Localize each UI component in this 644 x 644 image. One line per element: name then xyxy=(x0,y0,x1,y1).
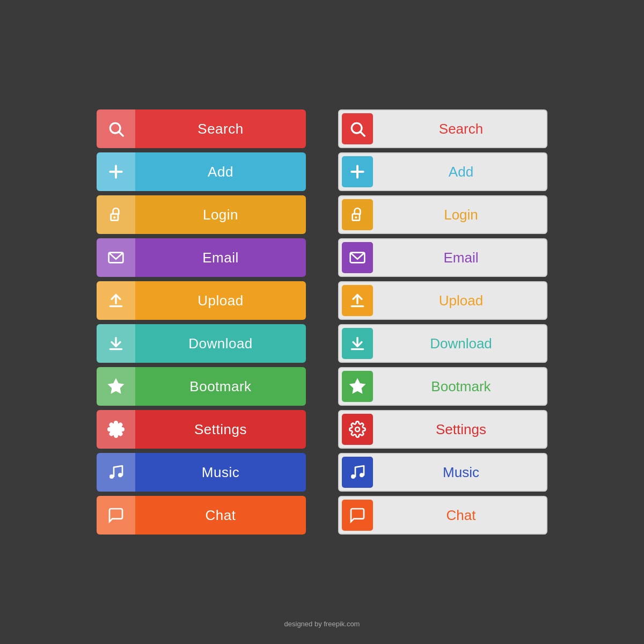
outline-search-label: Search xyxy=(376,121,546,137)
solid-settings-label: Settings xyxy=(135,421,306,438)
solid-download-label: Download xyxy=(135,335,306,352)
outline-music-label: Music xyxy=(376,464,546,481)
bookmark-outline-icon xyxy=(342,371,373,402)
search-outline-icon xyxy=(342,113,373,144)
outline-button-list: Search Add Login Email Upload Download B… xyxy=(338,109,547,535)
main-content: Search Add Login Email Upload Download B… xyxy=(97,109,547,535)
svg-point-5 xyxy=(113,216,115,218)
solid-upload-button[interactable]: Upload xyxy=(97,281,306,320)
solid-settings-button[interactable]: Settings xyxy=(97,410,306,449)
outline-download-button[interactable]: Download xyxy=(338,324,547,363)
svg-point-25 xyxy=(360,473,364,477)
svg-point-12 xyxy=(118,473,122,477)
download-outline-icon xyxy=(342,328,373,359)
svg-point-18 xyxy=(355,216,357,218)
outline-download-label: Download xyxy=(376,335,546,352)
solid-add-label: Add xyxy=(135,164,306,180)
outline-add-button[interactable]: Add xyxy=(338,152,547,191)
solid-login-button[interactable]: Login xyxy=(97,195,306,234)
outline-bookmark-label: Bootmark xyxy=(376,378,546,395)
solid-email-button[interactable]: Email xyxy=(97,238,306,277)
music-outline-icon xyxy=(342,457,373,488)
login-icon xyxy=(97,195,135,234)
upload-outline-icon xyxy=(342,285,373,316)
svg-point-11 xyxy=(109,474,114,479)
solid-login-label: Login xyxy=(135,207,306,223)
solid-search-button[interactable]: Search xyxy=(97,109,306,148)
outline-chat-button[interactable]: Chat xyxy=(338,496,547,535)
svg-line-14 xyxy=(361,132,364,136)
chat-outline-icon xyxy=(342,500,373,531)
outline-email-label: Email xyxy=(376,250,546,266)
svg-point-23 xyxy=(355,427,360,431)
solid-bookmark-label: Bootmark xyxy=(135,378,306,395)
outline-settings-label: Settings xyxy=(376,421,546,438)
outline-music-button[interactable]: Music xyxy=(338,453,547,492)
solid-music-button[interactable]: Music xyxy=(97,453,306,492)
svg-marker-22 xyxy=(350,379,365,393)
bookmark-icon xyxy=(97,367,135,406)
outline-login-button[interactable]: Login xyxy=(338,195,547,234)
outline-bookmark-button[interactable]: Bootmark xyxy=(338,367,547,406)
upload-icon xyxy=(97,281,135,320)
music-icon xyxy=(97,453,135,492)
outline-search-button[interactable]: Search xyxy=(338,109,547,148)
settings-outline-icon xyxy=(342,414,373,445)
svg-point-24 xyxy=(351,474,355,479)
email-icon xyxy=(97,238,135,277)
search-icon xyxy=(97,109,135,148)
solid-upload-label: Upload xyxy=(135,292,306,309)
solid-email-label: Email xyxy=(135,250,306,266)
settings-icon xyxy=(97,410,135,449)
outline-upload-label: Upload xyxy=(376,292,546,309)
outline-login-label: Login xyxy=(376,207,546,223)
solid-bookmark-button[interactable]: Bootmark xyxy=(97,367,306,406)
solid-add-button[interactable]: Add xyxy=(97,152,306,191)
svg-marker-9 xyxy=(109,379,123,393)
outline-settings-button[interactable]: Settings xyxy=(338,410,547,449)
watermark: designed by freepik.com xyxy=(284,620,360,628)
chat-icon xyxy=(97,496,135,535)
outline-add-label: Add xyxy=(376,164,546,180)
solid-search-label: Search xyxy=(135,121,306,137)
solid-music-label: Music xyxy=(135,464,306,481)
solid-chat-button[interactable]: Chat xyxy=(97,496,306,535)
svg-line-1 xyxy=(119,132,123,136)
solid-button-list: Search Add Login Email Upload Download B… xyxy=(97,109,306,535)
outline-chat-label: Chat xyxy=(376,507,546,524)
outline-email-button[interactable]: Email xyxy=(338,238,547,277)
email-outline-icon xyxy=(342,242,373,273)
outline-upload-button[interactable]: Upload xyxy=(338,281,547,320)
download-icon xyxy=(97,324,135,363)
add-outline-icon xyxy=(342,156,373,187)
login-outline-icon xyxy=(342,199,373,230)
solid-chat-label: Chat xyxy=(135,507,306,524)
add-icon xyxy=(97,152,135,191)
solid-download-button[interactable]: Download xyxy=(97,324,306,363)
